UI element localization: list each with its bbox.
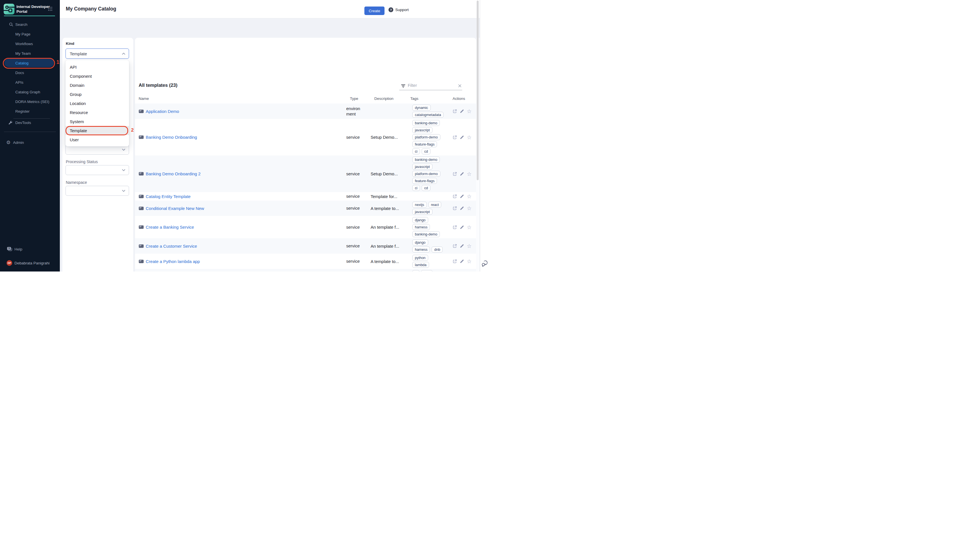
sidebar-item-label: Workflows	[15, 42, 33, 46]
entity-link[interactable]: Create a Banking Service	[146, 225, 194, 229]
template-card-icon	[138, 110, 144, 113]
open-in-new-icon[interactable]	[453, 244, 457, 248]
tag-chip: catalogmetadata	[412, 112, 444, 118]
open-in-new-icon[interactable]	[453, 135, 457, 140]
kind-option-domain[interactable]: Domain	[65, 81, 129, 90]
kind-option-group[interactable]: Group	[65, 90, 129, 99]
tag-chip: cd	[422, 185, 430, 191]
kind-option-component[interactable]: Component	[65, 72, 129, 81]
open-in-new-icon[interactable]	[453, 194, 457, 199]
edit-pencil-icon[interactable]	[460, 135, 464, 140]
processing-status-select[interactable]	[65, 165, 129, 175]
entity-link[interactable]: Banking Demo Onboarding 2	[146, 171, 200, 176]
star-icon[interactable]: ☆	[467, 206, 472, 210]
sidebar-item-dora-metrics-sei-[interactable]: DORA Metrics (SEI)	[0, 97, 60, 107]
edit-pencil-icon[interactable]	[460, 194, 464, 199]
annotation-ring-1	[3, 58, 55, 68]
star-icon[interactable]: ☆	[467, 135, 472, 140]
sidebar-item-docs[interactable]: Docs	[0, 68, 60, 78]
table-row: Create Infra via Harness IaCMenvironment…	[135, 269, 476, 272]
right-rail	[480, 0, 490, 272]
star-icon[interactable]: ☆	[467, 109, 472, 113]
tag-chip: python	[412, 255, 428, 261]
entity-link[interactable]: Application Demo	[146, 109, 179, 114]
actions-cell: ☆	[453, 194, 476, 199]
open-in-new-icon[interactable]	[453, 109, 457, 113]
tag-chip: dnb	[431, 247, 443, 253]
entity-link[interactable]: Create a Python lambda app	[146, 259, 200, 264]
kind-option-location[interactable]: Location	[65, 99, 129, 108]
kind-option-system[interactable]: System	[65, 117, 129, 126]
star-icon[interactable]: ☆	[467, 172, 472, 176]
kind-option-api[interactable]: API	[65, 62, 129, 72]
support-button[interactable]: ? Support	[388, 7, 409, 12]
sidebar-item-label: Register	[15, 109, 30, 113]
name-cell: Create a Banking Service	[135, 225, 346, 229]
edit-pencil-icon[interactable]	[460, 206, 464, 210]
open-in-new-icon[interactable]	[453, 206, 457, 210]
tag-chip: nextjs	[412, 202, 427, 208]
table-filter-input[interactable]	[407, 83, 454, 88]
type-cell: service	[346, 225, 371, 230]
edit-pencil-icon[interactable]	[460, 172, 464, 176]
actions-cell: ☆	[453, 109, 476, 113]
sidebar-item-workflows[interactable]: Workflows	[0, 39, 60, 48]
tags-cell: dynamiccatalogmetadata	[407, 105, 453, 118]
edit-pencil-icon[interactable]	[460, 225, 464, 229]
edit-pencil-icon[interactable]	[460, 109, 464, 113]
description-cell: Template for...	[371, 194, 407, 199]
kind-option-user[interactable]: User	[65, 135, 129, 144]
template-card-icon	[138, 244, 144, 248]
tag-chip: javascript	[412, 164, 433, 170]
create-button[interactable]: Create	[364, 6, 385, 15]
toolbar-strip	[60, 18, 480, 38]
open-in-new-icon[interactable]	[453, 225, 457, 229]
tags-cell: banking-demojavascriptplatform-demofeatu…	[407, 120, 453, 154]
tag-chip: lambda	[412, 262, 429, 268]
sidebar-item-register[interactable]: Register	[0, 107, 60, 116]
edit-pencil-icon[interactable]	[460, 244, 464, 248]
star-icon[interactable]: ☆	[467, 194, 472, 199]
tags-cell: pythonlambda	[407, 255, 453, 268]
description-cell: Setup Demo...	[371, 171, 407, 176]
chat-bubbles-icon[interactable]	[481, 260, 488, 267]
sidebar-item-apis[interactable]: APIs	[0, 78, 60, 87]
sidebar-item-my-team[interactable]: My Team	[0, 48, 60, 58]
star-icon[interactable]: ☆	[467, 259, 472, 264]
open-in-new-icon[interactable]	[453, 172, 457, 176]
table-row: Banking Demo Onboarding 2serviceSetup De…	[135, 156, 476, 192]
app-grid-icon[interactable]	[48, 6, 52, 11]
sidebar-item-my-page[interactable]: My Page	[0, 29, 60, 39]
search-icon	[9, 22, 13, 27]
kind-select-value: Template	[70, 51, 87, 56]
tag-chip: harness	[412, 224, 430, 230]
star-icon[interactable]: ☆	[467, 225, 472, 229]
type-cell: service	[346, 205, 371, 211]
entity-link[interactable]: Catalog Entity Template	[146, 194, 191, 199]
tag-chip: platform-demo	[412, 134, 441, 140]
description-cell: A template to...	[371, 259, 407, 264]
tag-chip: ci	[412, 185, 420, 191]
tag-chip: javascript	[412, 127, 433, 133]
template-card-icon	[138, 135, 144, 139]
column-header-tags: Tags	[410, 96, 418, 101]
tags-cell: djangoharnessbanking-demo	[407, 217, 453, 237]
kind-option-resource[interactable]: Resource	[65, 108, 129, 117]
entity-link[interactable]: Banking Demo Onboarding	[146, 135, 197, 140]
tags-cell: djangoharnessdnb	[407, 239, 453, 253]
scrollbar-thumb[interactable]	[477, 0, 479, 180]
brand-accent-rule	[4, 16, 55, 16]
edit-pencil-icon[interactable]	[460, 259, 464, 264]
sidebar-item-catalog-graph[interactable]: Catalog Graph	[0, 87, 60, 97]
entity-link[interactable]: Conditional Example New New	[146, 206, 204, 211]
sidebar-item-search[interactable]: Search	[0, 19, 60, 29]
open-in-new-icon[interactable]	[453, 259, 457, 264]
type-cell: service	[346, 258, 371, 264]
sidebar-item-admin[interactable]: ⚙ Admin	[0, 138, 73, 147]
clear-filter-icon[interactable]	[458, 84, 461, 88]
star-icon[interactable]: ☆	[467, 244, 472, 248]
actions-cell: ☆	[453, 206, 476, 210]
entity-link[interactable]: Create a Customer Service	[146, 244, 197, 248]
namespace-select[interactable]	[65, 186, 129, 196]
kind-select[interactable]: Template	[65, 48, 129, 59]
